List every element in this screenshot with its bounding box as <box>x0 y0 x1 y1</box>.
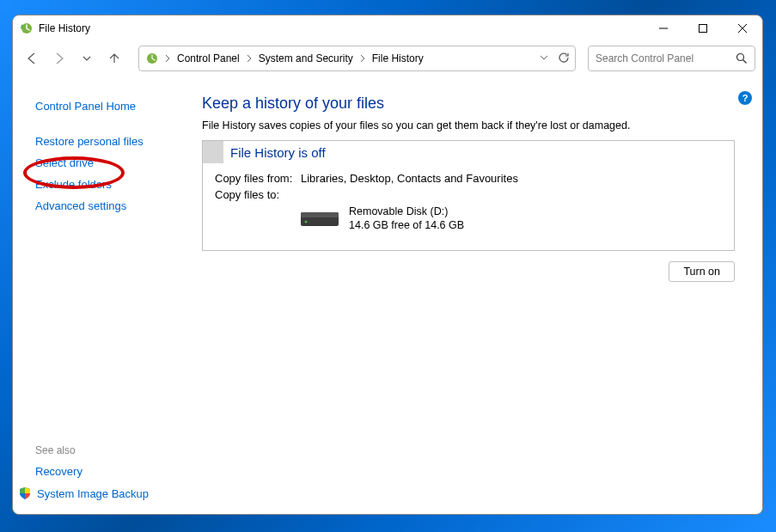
select-drive-link[interactable]: Select drive <box>35 156 94 169</box>
svg-line-7 <box>743 60 747 64</box>
panel-header-icon-spacer <box>203 141 223 163</box>
system-image-backup-link[interactable]: System Image Backup <box>37 487 149 500</box>
panel-header: File History is off <box>203 141 734 163</box>
svg-point-6 <box>737 54 744 61</box>
file-history-icon <box>20 21 34 35</box>
back-button[interactable] <box>20 46 44 70</box>
svg-rect-9 <box>301 212 339 217</box>
refresh-icon[interactable] <box>558 52 570 66</box>
svg-point-10 <box>305 221 308 223</box>
turn-on-button[interactable]: Turn on <box>669 261 735 282</box>
file-history-window: File History <box>12 15 763 515</box>
copy-from-label: Copy files from: <box>215 172 301 185</box>
see-also-label: See also <box>35 444 185 456</box>
up-button[interactable] <box>102 46 126 70</box>
drive-free-space: 14.6 GB free of 14.6 GB <box>349 218 464 232</box>
breadcrumb-system-security[interactable]: System and Security <box>257 52 355 64</box>
help-icon[interactable]: ? <box>738 91 752 105</box>
recovery-link[interactable]: Recovery <box>35 465 82 478</box>
address-bar[interactable]: Control Panel System and Security File H… <box>138 46 576 71</box>
panel-title: File History is off <box>223 145 326 160</box>
minimize-button[interactable] <box>644 15 683 41</box>
search-box[interactable] <box>588 46 755 71</box>
page-description: File History saves copies of your files … <box>202 119 735 131</box>
advanced-settings-link[interactable]: Advanced settings <box>35 199 126 212</box>
chevron-right-icon[interactable] <box>163 54 172 63</box>
page-title: Keep a history of your files <box>202 95 735 113</box>
close-button[interactable] <box>723 15 762 41</box>
main-content: ? Keep a history of your files File Hist… <box>185 76 762 514</box>
maximize-button[interactable] <box>683 15 723 41</box>
drive-name: Removable Disk (D:) <box>349 205 464 218</box>
titlebar: File History <box>13 15 762 41</box>
shield-icon <box>18 486 32 500</box>
toolbar: Control Panel System and Security File H… <box>13 41 762 76</box>
breadcrumb-file-history[interactable]: File History <box>370 52 425 64</box>
recent-dropdown-icon[interactable] <box>75 46 99 70</box>
restore-files-link[interactable]: Restore personal files <box>35 135 144 148</box>
drive-icon <box>301 207 339 229</box>
search-icon[interactable] <box>736 52 748 64</box>
address-icon <box>144 51 160 66</box>
chevron-right-icon[interactable] <box>358 54 367 63</box>
svg-rect-2 <box>700 25 707 33</box>
chevron-down-icon[interactable] <box>539 52 549 65</box>
search-input[interactable] <box>596 52 736 64</box>
control-panel-home-link[interactable]: Control Panel Home <box>35 100 136 113</box>
file-history-panel: File History is off Copy files from: Lib… <box>202 140 735 251</box>
forward-button[interactable] <box>47 46 71 70</box>
window-title: File History <box>39 22 90 34</box>
chevron-right-icon[interactable] <box>245 54 254 63</box>
exclude-folders-link[interactable]: Exclude folders <box>35 178 112 191</box>
copy-to-label: Copy files to: <box>215 188 301 201</box>
copy-from-value: Libraries, Desktop, Contacts and Favouri… <box>301 172 518 185</box>
sidebar: Control Panel Home Restore personal file… <box>13 76 185 514</box>
breadcrumb-control-panel[interactable]: Control Panel <box>175 52 241 64</box>
